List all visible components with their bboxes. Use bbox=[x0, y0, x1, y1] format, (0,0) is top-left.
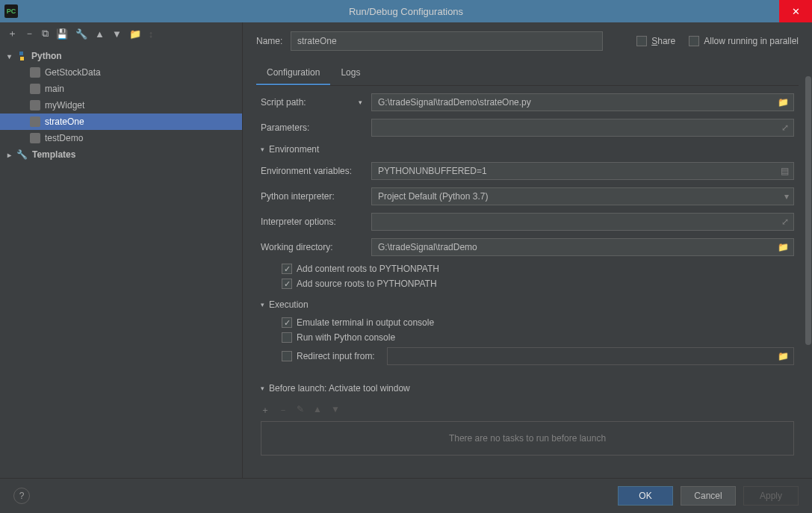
tree-item-label: myWidget bbox=[45, 100, 84, 111]
execution-section-header[interactable]: ▾Execution bbox=[261, 299, 794, 310]
wrench-icon: 🔧 bbox=[16, 149, 28, 160]
remove-config-button[interactable]: － bbox=[25, 27, 34, 40]
tree-item-getstockdata[interactable]: GetStockData bbox=[0, 64, 242, 81]
folder-icon[interactable]: 📁 bbox=[778, 242, 789, 252]
title-bar: PC Run/Debug Configurations ✕ bbox=[0, 0, 812, 22]
copy-config-button[interactable]: ⧉ bbox=[42, 28, 49, 40]
tree-item-mywidget[interactable]: myWidget bbox=[0, 97, 242, 114]
footer: ? OK Cancel Apply bbox=[0, 478, 812, 512]
task-up-button[interactable]: ▲ bbox=[313, 404, 322, 417]
redirect-input-checkbox[interactable]: Redirect input from: bbox=[282, 351, 375, 361]
share-checkbox[interactable]: Share bbox=[636, 36, 675, 46]
name-label: Name: bbox=[256, 36, 291, 46]
tab-configuration[interactable]: Configuration bbox=[256, 61, 330, 85]
add-task-button[interactable]: ＋ bbox=[261, 404, 270, 417]
ok-button[interactable]: OK bbox=[618, 486, 673, 506]
folder-button[interactable]: 📁 bbox=[129, 28, 141, 40]
scrollbar[interactable] bbox=[805, 76, 812, 478]
tree-item-label: strateOne bbox=[45, 116, 84, 127]
tree-node-label: Templates bbox=[32, 149, 75, 160]
cancel-button[interactable]: Cancel bbox=[681, 486, 736, 506]
workdir-field[interactable]: G:\tradeSignal\tradDemo📁 bbox=[371, 238, 794, 256]
interp-options-label: Interpreter options: bbox=[261, 217, 371, 227]
config-tree: ▾ Python GetStockData main myWidget stra… bbox=[0, 45, 242, 478]
file-icon bbox=[30, 116, 40, 127]
tree-item-label: testDemo bbox=[45, 133, 83, 143]
tabs: Configuration Logs bbox=[256, 61, 799, 86]
folder-icon: 📁 bbox=[778, 351, 789, 361]
share-label: Share bbox=[651, 36, 675, 46]
tree-item-main[interactable]: main bbox=[0, 81, 242, 97]
environment-section-header[interactable]: ▾Environment bbox=[261, 144, 794, 155]
run-python-console-checkbox[interactable]: Run with Python console bbox=[282, 332, 395, 343]
chevron-right-icon: ▸ bbox=[7, 151, 16, 159]
python-icon bbox=[16, 51, 27, 61]
remove-task-button[interactable]: － bbox=[279, 404, 288, 417]
expand-icon[interactable]: ⤢ bbox=[781, 217, 789, 227]
sidebar: ＋ － ⧉ 💾 🔧 ▲ ▼ 📁 ↕ ▾ Python GetStockData … bbox=[0, 22, 243, 478]
file-icon bbox=[30, 133, 40, 143]
sort-button[interactable]: ↕ bbox=[149, 28, 154, 40]
expand-icon[interactable]: ⤢ bbox=[781, 122, 789, 133]
chevron-down-icon: ▾ bbox=[7, 52, 16, 60]
move-up-button[interactable]: ▲ bbox=[95, 28, 105, 40]
redirect-input-field: 📁 bbox=[387, 347, 794, 365]
interpreter-select[interactable]: Project Default (Python 3.7)▾ bbox=[371, 187, 794, 205]
tree-node-label: Python bbox=[31, 51, 62, 61]
allow-parallel-checkbox[interactable]: Allow running in parallel bbox=[689, 36, 799, 46]
configuration-form: Script path:▾ G:\tradeSignal\tradDemo\st… bbox=[256, 86, 799, 478]
parameters-label: Parameters: bbox=[261, 122, 371, 133]
tree-item-label: GetStockData bbox=[45, 67, 101, 78]
tree-item-label: main bbox=[45, 84, 64, 94]
parameters-field[interactable]: ⤢ bbox=[371, 119, 794, 137]
apply-button[interactable]: Apply bbox=[743, 486, 799, 506]
allow-parallel-label: Allow running in parallel bbox=[704, 36, 799, 46]
close-button[interactable]: ✕ bbox=[779, 0, 812, 22]
file-icon bbox=[30, 67, 40, 78]
tree-node-templates[interactable]: ▸ 🔧 Templates bbox=[0, 146, 242, 163]
chevron-down-icon: ▾ bbox=[261, 146, 264, 153]
task-down-button[interactable]: ▼ bbox=[331, 404, 340, 417]
script-path-field[interactable]: G:\tradeSignal\tradDemo\strateOne.py📁 bbox=[371, 93, 794, 111]
chevron-down-icon[interactable]: ▾ bbox=[784, 191, 789, 202]
before-launch-list: There are no tasks to run before launch bbox=[261, 421, 794, 456]
emulate-terminal-checkbox[interactable]: Emulate terminal in output console bbox=[282, 317, 434, 328]
env-vars-label: Environment variables: bbox=[261, 166, 371, 176]
save-config-button[interactable]: 💾 bbox=[56, 28, 68, 40]
sidebar-toolbar: ＋ － ⧉ 💾 🔧 ▲ ▼ 📁 ↕ bbox=[0, 22, 242, 45]
folder-icon[interactable]: 📁 bbox=[778, 97, 789, 108]
before-launch-header[interactable]: ▾Before launch: Activate tool window bbox=[261, 383, 794, 394]
add-content-roots-checkbox[interactable]: Add content roots to PYTHONPATH bbox=[282, 264, 439, 274]
add-source-roots-checkbox[interactable]: Add source roots to PYTHONPATH bbox=[282, 279, 437, 289]
workdir-label: Working directory: bbox=[261, 242, 371, 252]
edit-defaults-button[interactable]: 🔧 bbox=[75, 28, 87, 40]
help-button[interactable]: ? bbox=[13, 488, 30, 504]
list-icon[interactable]: ▤ bbox=[781, 166, 789, 176]
app-icon: PC bbox=[4, 4, 18, 18]
env-vars-field[interactable]: PYTHONUNBUFFERED=1▤ bbox=[371, 162, 794, 180]
add-config-button[interactable]: ＋ bbox=[7, 27, 17, 40]
window-title: Run/Debug Configurations bbox=[349, 6, 463, 17]
tree-item-strateone[interactable]: strateOne bbox=[0, 114, 242, 130]
chevron-down-icon: ▾ bbox=[261, 385, 264, 392]
main-panel: Name: Share Allow running in parallel Co… bbox=[243, 22, 812, 478]
tree-node-python[interactable]: ▾ Python bbox=[0, 48, 242, 64]
tab-logs[interactable]: Logs bbox=[330, 61, 371, 85]
file-icon bbox=[30, 84, 40, 94]
script-path-label[interactable]: Script path:▾ bbox=[261, 97, 371, 108]
chevron-down-icon: ▾ bbox=[359, 99, 362, 106]
file-icon bbox=[30, 100, 40, 111]
before-launch-toolbar: ＋ － ✎ ▲ ▼ bbox=[261, 401, 794, 420]
interpreter-label: Python interpreter: bbox=[261, 191, 371, 202]
edit-task-button[interactable]: ✎ bbox=[297, 404, 304, 417]
chevron-down-icon: ▾ bbox=[261, 301, 264, 308]
name-input[interactable] bbox=[291, 31, 603, 51]
interp-options-field[interactable]: ⤢ bbox=[371, 213, 794, 231]
tree-item-testdemo[interactable]: testDemo bbox=[0, 130, 242, 146]
scrollbar-thumb[interactable] bbox=[805, 76, 811, 345]
move-down-button[interactable]: ▼ bbox=[112, 28, 122, 40]
